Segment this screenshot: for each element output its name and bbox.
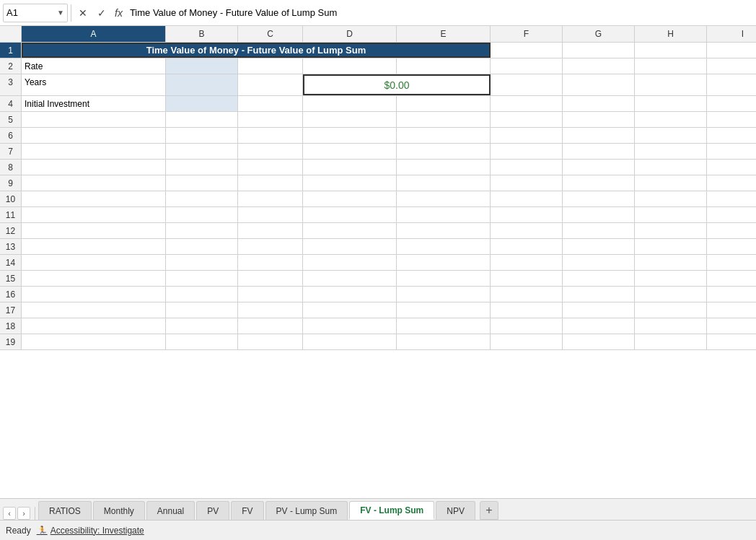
cell-g13[interactable] <box>563 239 635 254</box>
sheet-tab-monthly[interactable]: Monthly <box>93 501 145 520</box>
cell-a8[interactable] <box>22 160 166 175</box>
cell-d15[interactable] <box>303 271 397 286</box>
cell-i13[interactable] <box>707 239 756 254</box>
cell-f13[interactable] <box>491 239 563 254</box>
cell-a4[interactable]: Initial Investment <box>22 96 166 111</box>
col-header-b[interactable]: B <box>166 26 238 42</box>
cell-i1[interactable] <box>707 43 756 58</box>
cell-c3[interactable] <box>238 74 303 95</box>
cell-e15[interactable] <box>397 271 491 286</box>
cell-f1[interactable] <box>491 43 563 58</box>
row-num-15[interactable]: 15 <box>0 271 22 286</box>
cell-f5[interactable] <box>491 112 563 127</box>
col-header-h[interactable]: H <box>635 26 707 42</box>
cell-e11[interactable] <box>397 207 491 222</box>
cell-b12[interactable] <box>166 223 238 238</box>
cell-h12[interactable] <box>635 223 707 238</box>
accessibility-button[interactable]: 🏃 Accessibility: Investigate <box>37 526 144 536</box>
cell-f15[interactable] <box>491 271 563 286</box>
sheet-tab-ratios[interactable]: RATIOS <box>38 501 92 520</box>
cell-g3[interactable] <box>563 74 635 95</box>
cell-ref-dropdown-icon[interactable]: ▼ <box>57 9 64 17</box>
row-num-2[interactable]: 2 <box>0 58 22 74</box>
cell-c16[interactable] <box>238 287 303 302</box>
cell-i17[interactable] <box>707 302 756 318</box>
cell-c9[interactable] <box>238 175 303 191</box>
cell-b7[interactable] <box>166 144 238 159</box>
cell-i19[interactable] <box>707 334 756 349</box>
row-num-11[interactable]: 11 <box>0 207 22 222</box>
cell-a10[interactable] <box>22 191 166 206</box>
cell-a16[interactable] <box>22 287 166 302</box>
cell-h19[interactable] <box>635 334 707 349</box>
col-header-a[interactable]: A <box>22 26 166 42</box>
cell-i18[interactable] <box>707 318 756 334</box>
cell-c8[interactable] <box>238 160 303 175</box>
cell-b15[interactable] <box>166 271 238 286</box>
cell-g7[interactable] <box>563 144 635 159</box>
cell-d2[interactable] <box>303 58 397 74</box>
cell-g6[interactable] <box>563 128 635 143</box>
cell-i6[interactable] <box>707 128 756 143</box>
row-num-6[interactable]: 6 <box>0 128 22 143</box>
cell-i12[interactable] <box>707 223 756 238</box>
row-num-12[interactable]: 12 <box>0 223 22 238</box>
cell-h4[interactable] <box>635 96 707 111</box>
cell-c13[interactable] <box>238 239 303 254</box>
tab-scroll-right-button[interactable]: › <box>17 507 30 520</box>
cell-h2[interactable] <box>635 58 707 74</box>
confirm-formula-button[interactable]: ✓ <box>93 4 110 22</box>
cell-e9[interactable] <box>397 175 491 191</box>
cell-b11[interactable] <box>166 207 238 222</box>
cell-g5[interactable] <box>563 112 635 127</box>
cell-f3[interactable] <box>491 74 563 95</box>
cell-b18[interactable] <box>166 318 238 334</box>
cell-a13[interactable] <box>22 239 166 254</box>
row-num-17[interactable]: 17 <box>0 302 22 318</box>
cell-h16[interactable] <box>635 287 707 302</box>
cell-b3[interactable] <box>166 74 238 95</box>
col-header-f[interactable]: F <box>491 26 563 42</box>
row-num-7[interactable]: 7 <box>0 144 22 159</box>
cell-e4[interactable] <box>397 96 491 111</box>
cell-h13[interactable] <box>635 239 707 254</box>
cell-h10[interactable] <box>635 191 707 206</box>
cell-f18[interactable] <box>491 318 563 334</box>
sheet-tab-npv[interactable]: NPV <box>436 501 475 520</box>
cell-b2[interactable] <box>166 58 238 74</box>
cell-f19[interactable] <box>491 334 563 349</box>
cell-e18[interactable] <box>397 318 491 334</box>
cell-d17[interactable] <box>303 302 397 318</box>
cell-g17[interactable] <box>563 302 635 318</box>
row-num-8[interactable]: 8 <box>0 160 22 175</box>
formula-input[interactable] <box>127 4 753 22</box>
cell-a19[interactable] <box>22 334 166 349</box>
col-header-c[interactable]: C <box>238 26 303 42</box>
cell-b13[interactable] <box>166 239 238 254</box>
cell-d14[interactable] <box>303 255 397 270</box>
cell-f17[interactable] <box>491 302 563 318</box>
cell-e8[interactable] <box>397 160 491 175</box>
cell-a6[interactable] <box>22 128 166 143</box>
row-num-5[interactable]: 5 <box>0 112 22 127</box>
cell-c15[interactable] <box>238 271 303 286</box>
sheet-tab-pv---lump-sum[interactable]: PV - Lump Sum <box>265 501 348 520</box>
cell-f12[interactable] <box>491 223 563 238</box>
cell-a15[interactable] <box>22 271 166 286</box>
cell-e7[interactable] <box>397 144 491 159</box>
cell-e13[interactable] <box>397 239 491 254</box>
col-header-i[interactable]: I <box>707 26 756 42</box>
cell-i5[interactable] <box>707 112 756 127</box>
cell-i14[interactable] <box>707 255 756 270</box>
cell-a12[interactable] <box>22 223 166 238</box>
cell-h5[interactable] <box>635 112 707 127</box>
cell-c2[interactable] <box>238 58 303 74</box>
cell-h3[interactable] <box>635 74 707 95</box>
cell-g9[interactable] <box>563 175 635 191</box>
col-header-e[interactable]: E <box>397 26 491 42</box>
cell-d9[interactable] <box>303 175 397 191</box>
cell-d4[interactable] <box>303 96 397 111</box>
row-num-16[interactable]: 16 <box>0 287 22 302</box>
cell-d5[interactable] <box>303 112 397 127</box>
cell-b14[interactable] <box>166 255 238 270</box>
